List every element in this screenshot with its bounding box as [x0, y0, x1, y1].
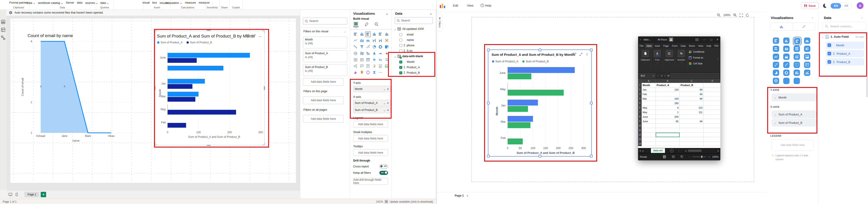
viz-type-icon-clustered-bar[interactable] — [365, 31, 371, 37]
cell-C2[interactable]: 80 — [680, 88, 704, 92]
formula-input[interactable] — [671, 73, 719, 78]
cell-C4[interactable]: 90 — [680, 97, 704, 101]
hscroll-left-icon[interactable]: ◂ — [685, 149, 686, 152]
bar-sum-of-product_b[interactable] — [507, 106, 528, 112]
field-checkbox[interactable]: ✓ — [399, 71, 402, 74]
viz-tile-scatter-trend[interactable] — [782, 61, 790, 69]
hscroll-right-icon[interactable]: ▸ — [718, 149, 719, 152]
cell-A1[interactable]: Month — [642, 83, 656, 88]
cancel-icon[interactable]: ✕ — [661, 74, 663, 77]
field-checkbox[interactable]: ✓ — [828, 43, 831, 47]
add-data-fields-dropzone[interactable]: Add data fields here — [353, 121, 388, 127]
viz-tile-globe[interactable] — [772, 77, 780, 85]
bar-sum-of-product_b[interactable] — [507, 138, 523, 144]
field-row-phone[interactable]: Σphone — [399, 43, 434, 48]
menu-edit[interactable]: Edit — [453, 4, 458, 7]
menu-view[interactable]: View — [467, 4, 473, 7]
viz-type-icon-treemap[interactable] — [384, 44, 390, 50]
viz-type-icon-donut[interactable] — [378, 44, 383, 50]
language-toggle[interactable]: EN AR — [831, 2, 852, 9]
add-data-fields-dropzone[interactable]: Add data fields here — [353, 149, 388, 156]
cell-A4[interactable]: Mar — [642, 97, 656, 101]
filters-side-tab[interactable]: Filters — [437, 14, 442, 31]
viz-type-icon-pie[interactable] — [371, 44, 377, 50]
zoom-in-icon[interactable]: + — [708, 156, 710, 158]
ribbon-button[interactable]: data — [77, 1, 82, 4]
user-avatar[interactable]: A — [857, 2, 864, 9]
field-pill[interactable]: Sum of Product_A⌄✕ — [353, 100, 391, 106]
excel-tab-inser[interactable]: Inser — [653, 44, 661, 48]
viz-tile-histogram[interactable] — [803, 37, 811, 44]
viz-type-icon-ribbon[interactable] — [384, 38, 390, 43]
cell-B7[interactable]: 1 — [656, 110, 680, 114]
collapse-pane-icon[interactable]: » — [386, 12, 388, 15]
row-header-9[interactable]: 9 — [638, 119, 642, 124]
viz-tile-bar-marked[interactable] — [793, 69, 801, 77]
cell-C14[interactable] — [680, 142, 704, 146]
minimize-icon[interactable]: — — [703, 38, 706, 41]
excel-tab-view[interactable]: View — [696, 44, 705, 48]
ribbon-button[interactable]: Format painter — [9, 1, 28, 4]
excel-group-icon[interactable]: A — [654, 50, 661, 57]
web-field-pill[interactable]: ⌄Month — [772, 94, 816, 101]
menu-help[interactable]: Help — [485, 4, 491, 7]
viz-type-icon-scatter[interactable] — [365, 44, 371, 50]
close-icon[interactable]: ✕ — [716, 38, 718, 41]
chevron-down-icon[interactable]: ⌄ — [394, 27, 396, 31]
excel-group-icon[interactable] — [665, 50, 673, 57]
field-pill[interactable]: Sum of Product_B⌄✕ — [353, 107, 391, 113]
table-row-data-with-blank[interactable]: ⌄✓data-with-blank — [394, 54, 434, 59]
field-checkbox[interactable]: ✓ — [399, 66, 402, 69]
field-row-S.no[interactable]: ΣS.no — [399, 48, 434, 54]
cell-B10[interactable] — [656, 124, 680, 128]
table-row-Ali-updated-1000[interactable]: ⌄Ali-updated-1000 — [394, 26, 434, 32]
add-data-fields-dropzone[interactable]: Add data fields here — [303, 115, 344, 123]
row-header-13[interactable]: 13 — [638, 137, 642, 142]
web-field-pill[interactable]: ⌄Sum of Product_B — [772, 119, 816, 127]
cell-A14[interactable] — [642, 142, 656, 146]
cell-B13[interactable] — [656, 137, 680, 142]
bar-sum-of-product_a[interactable] — [167, 79, 205, 83]
cell-A10[interactable] — [642, 124, 656, 128]
bar-sum-of-product_a[interactable] — [507, 83, 508, 89]
zoom-out-icon[interactable]: − — [689, 156, 690, 158]
viz-tile-area-simple[interactable] — [803, 53, 811, 61]
viz-type-icon-line-stacked-column[interactable] — [371, 38, 377, 43]
ribbon-button[interactable]: box — [152, 1, 157, 4]
cell-B6[interactable]: 0 — [656, 105, 680, 110]
cell-B14[interactable] — [656, 142, 680, 146]
cell-B4[interactable]: 100 — [656, 97, 680, 101]
viz-type-icon-bar-100[interactable] — [378, 31, 383, 37]
field-checkbox[interactable] — [399, 44, 402, 47]
col-header-C[interactable]: C — [680, 79, 704, 83]
viz-type-icon-paginated-report[interactable] — [378, 63, 383, 69]
add-sheet-icon[interactable]: + — [670, 149, 674, 152]
normal-view-icon[interactable] — [663, 155, 666, 159]
viz-type-icon-decomposition-tree[interactable] — [353, 63, 359, 69]
remove-field-icon[interactable]: ✕ — [387, 101, 389, 105]
excel-tab-hom[interactable]: Hom — [645, 44, 653, 48]
new-page-button[interactable]: + — [41, 192, 46, 197]
cell-D10[interactable] — [704, 124, 720, 128]
selection-grip[interactable] — [155, 31, 157, 33]
selection-grip[interactable] — [262, 143, 265, 145]
auto-field-group-row[interactable]: ⌄1. Auto Field(3 cols) — [822, 35, 864, 39]
row-header-8[interactable]: 8 — [638, 114, 642, 119]
autohide-ribbon-icon[interactable]: » — [640, 38, 641, 41]
bar-sum-of-product_a[interactable] — [507, 67, 575, 73]
zoom-in-icon[interactable] — [733, 13, 737, 17]
collapse-icon[interactable]: › — [862, 16, 863, 20]
cell-C5[interactable] — [680, 101, 704, 105]
cell-D8[interactable] — [704, 114, 720, 119]
resize-handle[interactable] — [538, 48, 541, 51]
field-row-Product_B[interactable]: ✓ΣProduct_B — [399, 70, 434, 75]
ribbon-button[interactable]: calculation ⌄ — [166, 1, 182, 4]
excel-group-icon[interactable] — [642, 50, 649, 57]
group-expand-caret[interactable]: ⌄ — [640, 62, 651, 64]
cell-C8[interactable] — [680, 114, 704, 119]
ribbon-expand-icon[interactable]: › — [717, 57, 718, 60]
chevron-down-icon[interactable]: ⌄ — [383, 108, 385, 112]
resize-handle[interactable] — [590, 102, 593, 104]
add-data-fields-dropzone[interactable]: Add data fields here — [303, 97, 344, 104]
viz-type-icon-waterfall[interactable] — [353, 44, 359, 50]
